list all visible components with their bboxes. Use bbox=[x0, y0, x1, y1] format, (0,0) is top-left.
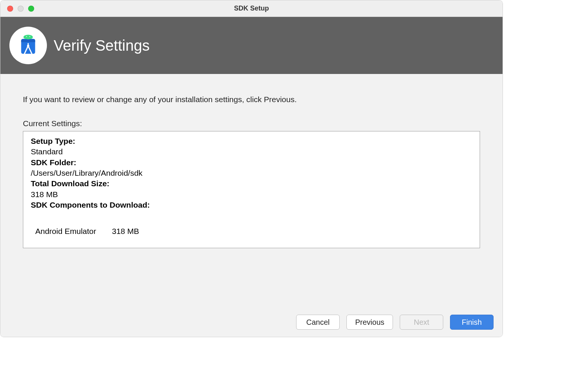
android-studio-icon bbox=[9, 27, 47, 64]
sdk-folder-value: /Users/User/Library/Android/sdk bbox=[31, 169, 143, 177]
window-close-icon[interactable] bbox=[7, 6, 13, 12]
total-download-value: 318 MB bbox=[31, 190, 58, 199]
next-button: Next bbox=[400, 315, 443, 330]
sdk-folder-label: SDK Folder: bbox=[31, 158, 76, 167]
window-minimize-icon bbox=[18, 6, 24, 12]
cancel-button[interactable]: Cancel bbox=[296, 315, 340, 330]
svg-point-1 bbox=[26, 36, 27, 37]
component-name: Android Emulator bbox=[35, 226, 96, 237]
total-download-label: Total Download Size: bbox=[31, 179, 110, 188]
wizard-footer: Cancel Previous Next Finish bbox=[0, 308, 503, 337]
page-title: Verify Settings bbox=[54, 37, 150, 54]
window-maximize-icon[interactable] bbox=[28, 6, 34, 12]
window-controls bbox=[7, 6, 34, 12]
settings-box: Setup Type: Standard SDK Folder: /Users/… bbox=[23, 131, 480, 248]
instruction-text: If you want to review or change any of y… bbox=[23, 95, 480, 104]
component-row: Android Emulator 318 MB bbox=[31, 226, 472, 237]
page-header: Verify Settings bbox=[0, 17, 503, 74]
window-title: SDK Setup bbox=[0, 5, 503, 12]
svg-point-2 bbox=[29, 36, 30, 37]
content-area: If you want to review or change any of y… bbox=[0, 74, 503, 308]
current-settings-label: Current Settings: bbox=[23, 119, 480, 128]
svg-point-0 bbox=[24, 35, 33, 39]
setup-type-label: Setup Type: bbox=[31, 137, 75, 145]
finish-button[interactable]: Finish bbox=[450, 315, 494, 330]
window-titlebar: SDK Setup bbox=[0, 0, 503, 17]
components-download-label: SDK Components to Download: bbox=[31, 201, 150, 209]
component-size: 318 MB bbox=[112, 226, 139, 237]
setup-type-value: Standard bbox=[31, 147, 63, 156]
previous-button[interactable]: Previous bbox=[346, 315, 393, 330]
